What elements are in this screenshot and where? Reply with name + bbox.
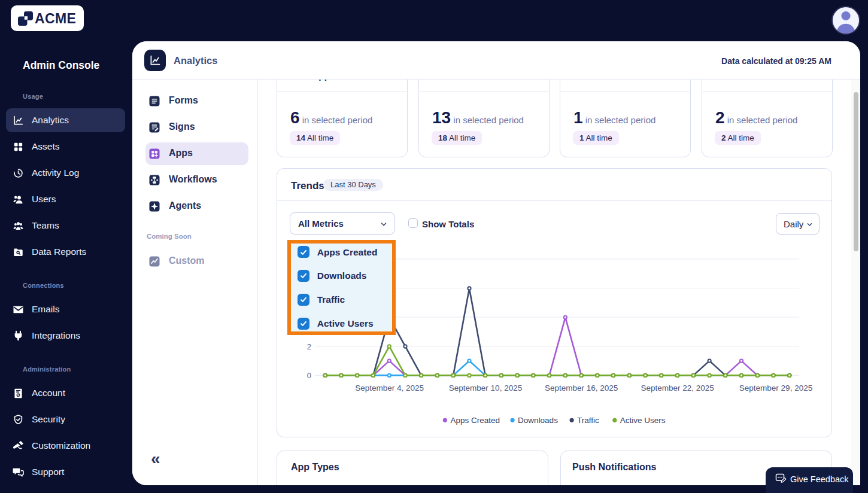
svg-text:September 16, 2025: September 16, 2025 bbox=[545, 384, 618, 392]
svg-text:Active Users: Active Users bbox=[620, 416, 666, 425]
svg-text:September 22, 2025: September 22, 2025 bbox=[641, 384, 714, 392]
svg-text:$: $ bbox=[17, 392, 20, 397]
svg-text:ACME: ACME bbox=[35, 11, 76, 26]
svg-text:Apps Created: Apps Created bbox=[450, 416, 500, 425]
svg-text:September 10, 2025: September 10, 2025 bbox=[449, 384, 522, 392]
svg-text:0: 0 bbox=[307, 371, 311, 380]
svg-text:2: 2 bbox=[307, 342, 311, 351]
svg-text:Downloads: Downloads bbox=[518, 416, 558, 425]
svg-text:September 4, 2025: September 4, 2025 bbox=[355, 384, 424, 392]
svg-text:Traffic: Traffic bbox=[577, 416, 599, 425]
svg-text:September 29, 2025: September 29, 2025 bbox=[739, 384, 812, 392]
